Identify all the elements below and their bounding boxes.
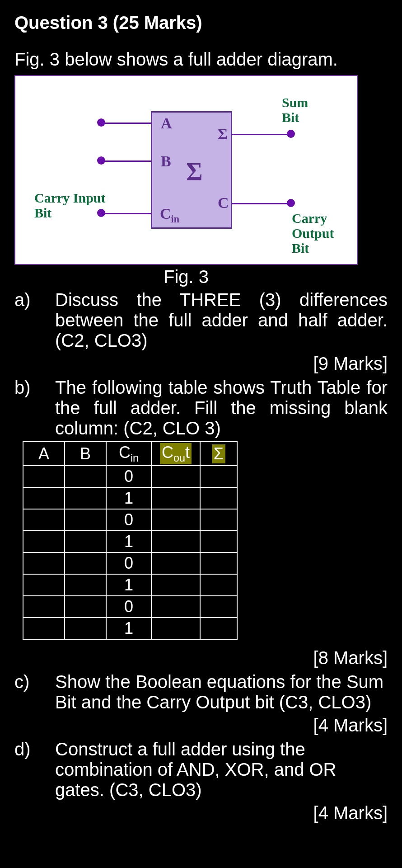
part-a-text: Discuss the THREE (3) differences betwee… — [55, 290, 388, 351]
part-d-text: Construct a full adder using the combina… — [55, 739, 388, 800]
part-c-letter: c) — [14, 672, 55, 692]
table-header-row: A B Cin Cout Σ — [23, 442, 237, 466]
part-a-letter: a) — [14, 290, 55, 310]
dot-b — [97, 156, 105, 165]
full-adder-diagram: A B Cin Σ Σ C Carry InputBit SumBit Carr… — [14, 75, 358, 265]
table-row: 1 — [23, 574, 237, 596]
wire-cin — [101, 213, 151, 214]
document-page: Question 3 (25 Marks) Fig. 3 below shows… — [0, 0, 402, 840]
wire-b — [101, 160, 151, 162]
part-b-letter: b) — [14, 377, 55, 398]
question-title: Question 3 (25 Marks) — [14, 13, 388, 33]
table-row: 1 — [23, 618, 237, 639]
dot-sum — [287, 130, 295, 138]
table-row: 0 — [23, 596, 237, 618]
table-row: 0 — [23, 466, 237, 487]
adder-input-cin-label: Cin — [160, 205, 179, 225]
part-b-marks: [8 Marks] — [14, 648, 388, 668]
part-d-marks: [4 Marks] — [14, 803, 388, 823]
intro-text: Fig. 3 below shows a full adder diagram. — [14, 49, 388, 70]
adder-input-a-label: A — [161, 115, 172, 132]
part-c-marks: [4 Marks] — [14, 715, 388, 736]
wire-cout — [232, 203, 291, 204]
adder-sigma-icon: Σ — [186, 157, 203, 186]
part-d-letter: d) — [14, 739, 55, 760]
part-b-text: The following table shows Truth Table fo… — [55, 377, 388, 439]
part-a: a) Discuss the THREE (3) differences bet… — [14, 290, 388, 351]
table-row: 0 — [23, 552, 237, 574]
th-cin: Cin — [106, 442, 151, 466]
table-row: 0 — [23, 509, 237, 531]
part-a-marks: [9 Marks] — [14, 354, 388, 374]
adder-output-c-label: C — [218, 194, 229, 212]
sum-bit-label: SumBit — [282, 95, 308, 125]
part-c-text: Show the Boolean equations for the Sum B… — [55, 672, 388, 712]
figure-caption: Fig. 3 — [14, 267, 358, 287]
table-row: 1 — [23, 487, 237, 509]
dot-a — [97, 118, 105, 127]
carry-output-label: CarryOutputBit — [292, 211, 334, 255]
th-b: B — [65, 442, 106, 466]
part-d: d) Construct a full adder using the comb… — [14, 739, 388, 800]
adder-input-b-label: B — [161, 153, 171, 170]
dot-cout — [287, 199, 295, 207]
table-row: 1 — [23, 531, 237, 552]
wire-sum — [232, 134, 291, 135]
part-b: b) The following table shows Truth Table… — [14, 377, 388, 439]
carry-input-label: Carry InputBit — [34, 190, 106, 220]
part-c: c) Show the Boolean equations for the Su… — [14, 672, 388, 712]
adder-output-sigma-label: Σ — [218, 126, 228, 143]
th-cout: Cout — [151, 442, 200, 466]
wire-a — [101, 123, 151, 124]
th-a: A — [23, 442, 65, 466]
th-sigma: Σ — [200, 442, 237, 466]
truth-table: A B Cin Cout Σ 0 1 0 1 0 1 0 1 — [23, 441, 238, 640]
